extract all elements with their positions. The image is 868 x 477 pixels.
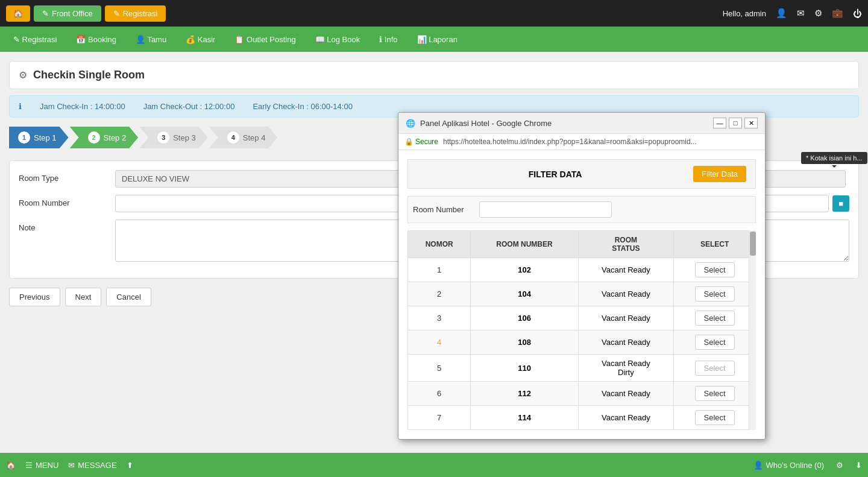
secure-label: Secure xyxy=(415,137,438,146)
cell-status: Vacant Ready xyxy=(578,406,674,430)
cell-nomor: 2 xyxy=(408,282,471,306)
registrasi-top-button[interactable]: ✎ Registrasi xyxy=(105,5,166,22)
nav-outlet-posting[interactable]: 📋 Outlet Posting xyxy=(226,30,304,49)
room-table: NOMOR ROOM NUMBER ROOMSTATUS SELECT 1 10… xyxy=(407,230,756,430)
select-button-4[interactable]: Select xyxy=(695,335,735,350)
secure-badge: 🔒 Secure xyxy=(404,137,438,146)
nav-laporan[interactable]: 📊 Laporan xyxy=(409,30,466,49)
col-select: SELECT xyxy=(674,231,756,258)
nav-log-book[interactable]: 📖 Log Book xyxy=(307,30,369,49)
popup-title-left: 🌐 Panel Aplikasi Hotel - Google Chrome xyxy=(406,119,552,128)
popup-title-text: Panel Aplikasi Hotel - Google Chrome xyxy=(420,119,552,128)
cell-room-number: 114 xyxy=(471,406,578,430)
col-room-number: ROOM NUMBER xyxy=(471,231,578,258)
cell-select: Select xyxy=(674,355,756,382)
table-wrapper: NOMOR ROOM NUMBER ROOMSTATUS SELECT 1 10… xyxy=(407,230,756,430)
cell-status: Vacant Ready xyxy=(578,282,674,306)
table-row: 4 108 Vacant Ready Select xyxy=(408,330,756,355)
browser-icon: 🌐 xyxy=(406,119,415,128)
cell-nomor: 3 xyxy=(408,306,471,330)
minimize-button[interactable]: — xyxy=(713,118,726,128)
filter-room-label: Room Number xyxy=(413,205,473,214)
table-row: 7 114 Vacant Ready Select xyxy=(408,406,756,430)
mail-icon[interactable]: ✉ xyxy=(797,8,805,19)
home-button[interactable]: 🏠 xyxy=(6,5,30,22)
col-nomor: NOMOR xyxy=(408,231,471,258)
popup-titlebar: 🌐 Panel Aplikasi Hotel - Google Chrome —… xyxy=(398,113,765,134)
topbar-right: Hello, admin 👤 ✉ ⚙ 💼 ⏻ xyxy=(723,8,862,19)
select-button-5: Select xyxy=(695,361,735,376)
greeting-text: Hello, admin xyxy=(723,9,766,18)
nav-info[interactable]: ℹ Info xyxy=(371,30,406,49)
filter-room-input[interactable] xyxy=(479,201,612,218)
select-button-2[interactable]: Select xyxy=(695,286,735,302)
popup-overlay: 🌐 Panel Aplikasi Hotel - Google Chrome —… xyxy=(0,52,868,453)
close-button[interactable]: ✕ xyxy=(744,118,758,128)
table-row: 1 102 Vacant Ready Select xyxy=(408,258,756,282)
select-button-1[interactable]: Select xyxy=(695,262,735,277)
power-icon[interactable]: ⏻ xyxy=(853,8,862,19)
main-wrapper: ⚙ Checkin Single Room ℹ Jam Check-In : 1… xyxy=(0,52,868,453)
filter-row: Room Number xyxy=(407,196,756,223)
filter-title: FILTER DATA xyxy=(417,169,693,179)
nav-tamu[interactable]: 👤 Tamu xyxy=(127,30,175,49)
filter-header: FILTER DATA Filter Data xyxy=(407,159,756,189)
table-row: 3 106 Vacant Ready Select xyxy=(408,306,756,330)
maximize-button[interactable]: □ xyxy=(729,118,742,128)
cell-nomor: 6 xyxy=(408,382,471,406)
cell-status: Vacant Ready xyxy=(578,258,674,282)
cell-status: Vacant ReadyDirty xyxy=(578,355,674,382)
cell-room-number: 110 xyxy=(471,355,578,382)
cell-room-number: 102 xyxy=(471,258,578,282)
topbar-left: 🏠 ✎ Front Office ✎ Registrasi xyxy=(6,5,166,22)
popup-body: FILTER DATA Filter Data Room Number NOMO… xyxy=(398,150,765,439)
wallet-icon[interactable]: 💼 xyxy=(832,8,843,19)
lock-icon: 🔒 xyxy=(404,137,414,146)
cell-select: Select xyxy=(674,330,756,355)
cell-status: Vacant Ready xyxy=(578,306,674,330)
select-button-6[interactable]: Select xyxy=(695,386,735,401)
filter-data-button[interactable]: Filter Data xyxy=(693,166,746,182)
address-bar[interactable]: https://hoteltea.hotelmu.id/index.php?po… xyxy=(443,137,759,146)
popup-title-controls[interactable]: — □ ✕ xyxy=(713,118,758,128)
topbar: 🏠 ✎ Front Office ✎ Registrasi Hello, adm… xyxy=(0,0,868,27)
cell-room-number: 106 xyxy=(471,306,578,330)
user-icon[interactable]: 👤 xyxy=(776,8,787,19)
table-row: 2 104 Vacant Ready Select xyxy=(408,282,756,306)
cell-nomor: 4 xyxy=(408,330,471,355)
navbar: ✎ Registrasi 📅 Booking 👤 Tamu 💰 Kasir 📋 … xyxy=(0,27,868,52)
table-row: 6 112 Vacant Ready Select xyxy=(408,382,756,406)
cell-status: Vacant Ready xyxy=(578,330,674,355)
cell-nomor: 5 xyxy=(408,355,471,382)
cell-nomor: 7 xyxy=(408,406,471,430)
select-button-7[interactable]: Select xyxy=(695,410,735,425)
cell-select: Select xyxy=(674,258,756,282)
front-office-button[interactable]: ✎ Front Office xyxy=(34,5,101,22)
cell-room-number: 104 xyxy=(471,282,578,306)
popup-address-bar: 🔒 Secure https://hoteltea.hotelmu.id/ind… xyxy=(398,134,765,150)
cell-select: Select xyxy=(674,406,756,430)
cell-room-number: 112 xyxy=(471,382,578,406)
cell-nomor: 1 xyxy=(408,258,471,282)
scrollbar-thumb[interactable] xyxy=(750,232,756,256)
nav-registrasi[interactable]: ✎ Registrasi xyxy=(5,30,65,49)
table-row: 5 110 Vacant ReadyDirty Select xyxy=(408,355,756,382)
cell-select: Select xyxy=(674,282,756,306)
cell-status: Vacant Ready xyxy=(578,382,674,406)
nav-kasir[interactable]: 💰 Kasir xyxy=(177,30,224,49)
cell-room-number: 108 xyxy=(471,330,578,355)
popup-window: 🌐 Panel Aplikasi Hotel - Google Chrome —… xyxy=(398,112,766,440)
cell-select: Select xyxy=(674,382,756,406)
popup-scrollbar[interactable] xyxy=(749,230,756,430)
nav-booking[interactable]: 📅 Booking xyxy=(68,30,125,49)
col-room-status: ROOMSTATUS xyxy=(578,231,674,258)
select-button-3[interactable]: Select xyxy=(695,311,735,326)
settings-icon[interactable]: ⚙ xyxy=(814,8,822,19)
cell-select: Select xyxy=(674,306,756,330)
